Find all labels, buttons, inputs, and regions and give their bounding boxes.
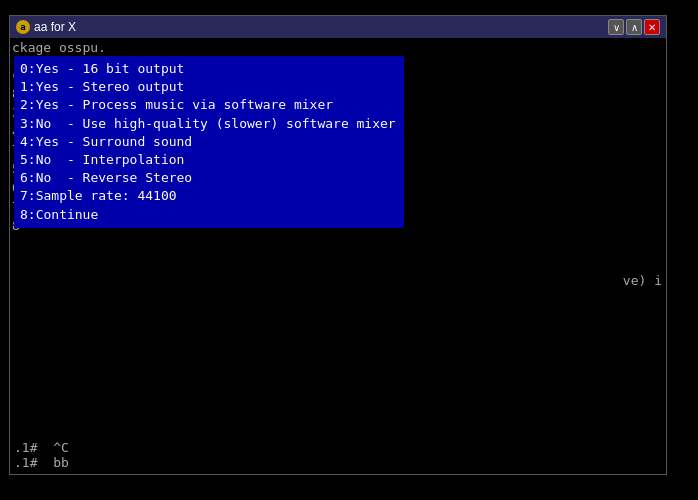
- menu-item: 7:Sample rate: 44100: [20, 187, 398, 205]
- bottom-text: .1# ^C .1# bb: [14, 440, 69, 470]
- menu-item: 4:Yes - Surround sound: [20, 133, 398, 151]
- close-button[interactable]: ✕: [644, 19, 660, 35]
- title-bar-left: a aa for X: [16, 20, 76, 34]
- window-title: aa for X: [34, 20, 76, 34]
- menu-box: 0:Yes - 16 bit output1:Yes - Stereo outp…: [14, 56, 404, 228]
- menu-item: 2:Yes - Process music via software mixer: [20, 96, 398, 114]
- right-partial-text: ve) i: [623, 273, 662, 288]
- menu-item: 6:No - Reverse Stereo: [20, 169, 398, 187]
- menu-item: 1:Yes - Stereo output: [20, 78, 398, 96]
- menu-item: 8:Continue: [20, 206, 398, 224]
- minimize-button[interactable]: ∨: [608, 19, 624, 35]
- title-bar-controls: ∨ ∧ ✕: [608, 19, 660, 35]
- dialog-window: a aa for X ∨ ∧ ✕ ckage osspu. ( ) c 8 3 …: [9, 15, 667, 475]
- menu-item: 3:No - Use high-quality (slower) softwar…: [20, 115, 398, 133]
- app-icon: a: [16, 20, 30, 34]
- title-bar: a aa for X ∨ ∧ ✕: [10, 16, 666, 38]
- maximize-button[interactable]: ∧: [626, 19, 642, 35]
- menu-item: 5:No - Interpolation: [20, 151, 398, 169]
- dialog-body: ckage osspu. ( ) c 8 3 4 7 5 6 7 8 0:Yes…: [10, 38, 666, 474]
- menu-item: 0:Yes - 16 bit output: [20, 60, 398, 78]
